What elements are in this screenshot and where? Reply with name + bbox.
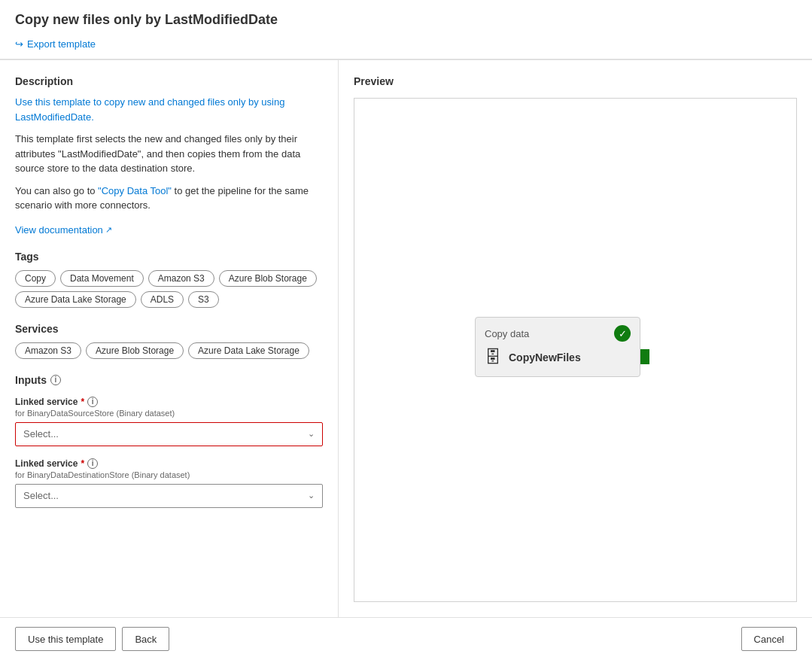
linked-service-field-1: Linked service * i for BinaryDataSourceS… <box>15 397 323 446</box>
main-content: Description Use this template to copy ne… <box>0 60 812 617</box>
inputs-info-icon[interactable]: i <box>50 375 61 385</box>
inputs-title: Inputs i <box>15 374 323 386</box>
field2-info-icon[interactable]: i <box>87 458 98 469</box>
tags-container: Copy Data Movement Amazon S3 Azure Blob … <box>15 270 323 308</box>
left-panel: Description Use this template to copy ne… <box>0 60 339 617</box>
page-title: Copy new files only by LastModifiedDate <box>15 12 797 28</box>
node-body: 🗄 CopyNewFiles <box>485 348 631 367</box>
export-template-link[interactable]: ↪ Export template <box>15 35 96 53</box>
chevron-down-icon-1: ⌄ <box>308 429 315 439</box>
node-check-icon: ✓ <box>614 325 631 342</box>
linked-service-label-1: Linked service * i <box>15 397 323 407</box>
field1-sublabel: for BinaryDataSourceStore (Binary datase… <box>15 409 323 418</box>
back-button[interactable]: Back <box>122 627 169 651</box>
description-title: Description <box>15 75 323 87</box>
node-header: Copy data ✓ <box>485 325 631 342</box>
required-star-2: * <box>81 458 84 469</box>
dropdown1-placeholder: Select... <box>23 428 59 439</box>
services-section: Services Amazon S3 Azure Blob Storage Az… <box>15 323 323 359</box>
tags-title: Tags <box>15 251 323 263</box>
copy-data-tool-link[interactable]: "Copy Data Tool" <box>98 185 172 196</box>
field2-sublabel: for BinaryDataDestinationStore (Binary d… <box>15 470 323 479</box>
service-azure-data-lake: Azure Data Lake Storage <box>188 342 309 359</box>
cancel-button[interactable]: Cancel <box>741 627 797 651</box>
node-name: CopyNewFiles <box>509 351 581 363</box>
tag-data-movement: Data Movement <box>60 270 144 287</box>
right-panel: Preview Copy data ✓ 🗄 CopyNewFiles <box>339 60 812 617</box>
linked-service-label-2: Linked service * i <box>15 458 323 469</box>
tag-azure-data-lake: Azure Data Lake Storage <box>15 291 136 308</box>
required-star-1: * <box>81 397 84 407</box>
preview-title: Preview <box>354 75 797 87</box>
tag-s3: S3 <box>188 291 219 308</box>
tag-amazon-s3: Amazon S3 <box>148 270 214 287</box>
services-container: Amazon S3 Azure Blob Storage Azure Data … <box>15 342 323 359</box>
chevron-down-icon-2: ⌄ <box>308 491 315 500</box>
page-header: Copy new files only by LastModifiedDate … <box>0 0 812 59</box>
linked-service-dropdown-2[interactable]: Select... ⌄ <box>15 484 323 508</box>
services-title: Services <box>15 323 323 335</box>
inputs-section: Inputs i Linked service * i for BinaryDa… <box>15 374 323 508</box>
use-template-button[interactable]: Use this template <box>15 627 116 651</box>
tag-adls: ADLS <box>141 291 184 308</box>
node-connector <box>640 349 649 364</box>
dropdown2-placeholder: Select... <box>23 490 59 501</box>
desc-para1: Use this template to copy new and change… <box>15 95 323 124</box>
tag-azure-blob: Azure Blob Storage <box>219 270 317 287</box>
node-title: Copy data <box>485 328 529 339</box>
footer-left: Use this template Back <box>15 627 169 651</box>
export-arrow-icon: ↪ <box>15 38 23 50</box>
tag-copy: Copy <box>15 270 56 287</box>
field1-info-icon[interactable]: i <box>87 397 98 407</box>
footer: Use this template Back Cancel <box>0 617 812 660</box>
service-amazon-s3: Amazon S3 <box>15 342 81 359</box>
linked-service-dropdown-1[interactable]: Select... ⌄ <box>15 422 323 446</box>
preview-canvas: Copy data ✓ 🗄 CopyNewFiles <box>354 98 797 602</box>
external-link-icon: ↗ <box>105 225 112 235</box>
pipeline-node: Copy data ✓ 🗄 CopyNewFiles <box>475 317 640 377</box>
tags-section: Tags Copy Data Movement Amazon S3 Azure … <box>15 251 323 308</box>
footer-right: Cancel <box>741 627 797 651</box>
desc-para2: This template first selects the new and … <box>15 132 323 176</box>
linked-service-field-2: Linked service * i for BinaryDataDestina… <box>15 458 323 508</box>
view-documentation-link[interactable]: View documentation ↗ <box>15 224 112 236</box>
database-icon: 🗄 <box>485 348 501 367</box>
description-section: Description Use this template to copy ne… <box>15 75 323 236</box>
service-azure-blob: Azure Blob Storage <box>86 342 184 359</box>
desc-para3: You can also go to "Copy Data Tool" to g… <box>15 184 323 213</box>
